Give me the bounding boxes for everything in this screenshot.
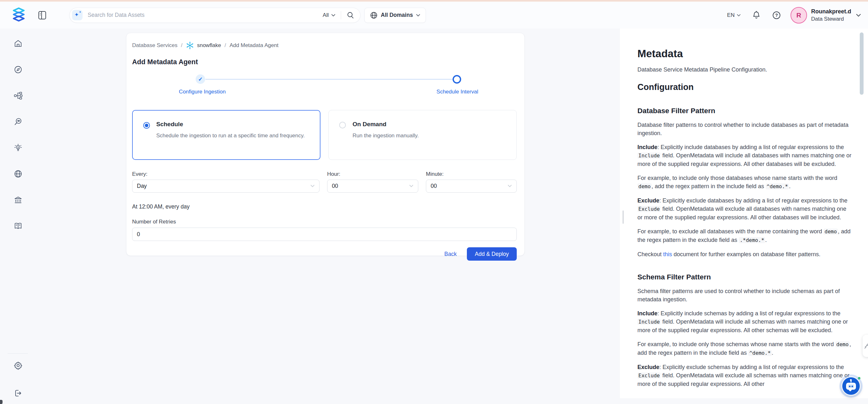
- docs-panel-resize-handle[interactable]: [622, 210, 624, 224]
- sidebar-divider: [8, 353, 28, 354]
- docs-section-heading: Database Filter Pattern: [638, 107, 853, 115]
- docs-paragraph: Include: Explicitly include schemas by a…: [638, 309, 853, 335]
- sidebar-item-logout[interactable]: [0, 389, 36, 398]
- avatar[interactable]: R: [790, 7, 807, 24]
- page-title: Add Metadata Agent: [132, 58, 517, 66]
- app-logo[interactable]: [9, 6, 28, 25]
- chevron-down-icon: [416, 14, 420, 17]
- schedule-type-options: Schedule Schedule the ingestion to run a…: [132, 110, 517, 160]
- sidebar-item-data-assets[interactable]: [14, 91, 23, 100]
- step-label-configure-ingestion: Configure Ingestion: [179, 89, 225, 95]
- docs-title: Metadata: [638, 48, 853, 60]
- globe-icon: [14, 169, 23, 178]
- snowflake-icon: [186, 41, 194, 50]
- corner-sliver: [0, 400, 3, 404]
- logout-icon: [14, 389, 23, 398]
- sidebar-item-home[interactable]: [14, 39, 23, 48]
- gear-icon: [13, 361, 23, 370]
- chevron-down-icon: [409, 185, 413, 187]
- docs-paragraph: Exclude: Explicitly exclude schemas by a…: [638, 363, 853, 388]
- every-select[interactable]: Day: [132, 180, 319, 193]
- schedule-radio[interactable]: [143, 122, 150, 129]
- retries-input[interactable]: 0: [132, 228, 517, 241]
- chevron-down-icon: [507, 185, 512, 187]
- feedback-tab[interactable]: [863, 335, 868, 357]
- breadcrumb-snowflake[interactable]: snowflake: [186, 41, 221, 50]
- docs-configuration-heading: Configuration: [638, 82, 853, 92]
- stepper-connector: [206, 79, 453, 80]
- feedback-icon: [864, 343, 868, 349]
- docs-scrollbar-thumb[interactable]: [860, 32, 864, 95]
- global-search-input[interactable]: ✦ ✦ Search for Data Assets All: [69, 8, 361, 23]
- chevron-down-icon: [310, 185, 315, 187]
- home-icon: [14, 39, 23, 48]
- docs-link[interactable]: this: [663, 251, 672, 257]
- schedule-option-card[interactable]: Schedule Schedule the ingestion to run a…: [132, 110, 320, 160]
- book-icon: [14, 222, 23, 230]
- search-icon[interactable]: [346, 11, 354, 19]
- docs-paragraph: Checkout this document for further examp…: [638, 250, 853, 258]
- add-metadata-agent-card: Database Services / snowflake / Add Meta…: [126, 33, 525, 256]
- step-current-indicator: [453, 75, 461, 84]
- on-demand-option-card[interactable]: On Demand Run the ingestion manually.: [329, 110, 517, 160]
- chevron-down-icon: [737, 14, 741, 17]
- search-scope-dropdown[interactable]: All: [323, 12, 335, 19]
- schedule-frequency-row: Every: Day Hour: 00 Minute: 00: [132, 171, 517, 193]
- docs-paragraph: For example, to include only those datab…: [638, 174, 853, 191]
- divider: [341, 11, 341, 19]
- docs-paragraph: Schema filter patterns are used to contr…: [638, 287, 853, 304]
- globe-icon: [370, 11, 378, 19]
- header-right-cluster: EN ? R Rounakpreet.d Data Steward: [727, 7, 862, 24]
- docs-paragraph: Include: Explicitly include databases by…: [638, 143, 853, 168]
- stepper: ✓ Configure Ingestion Schedule Interval: [132, 75, 517, 103]
- breadcrumb: Database Services / snowflake / Add Meta…: [132, 41, 517, 50]
- panel-toggle-icon: [37, 10, 47, 21]
- back-button[interactable]: Back: [444, 251, 457, 257]
- sidebar-item-observability[interactable]: [14, 117, 23, 126]
- sidebar-item-settings[interactable]: [0, 361, 36, 370]
- chevron-down-icon: [331, 14, 335, 17]
- breadcrumb-database-services[interactable]: Database Services: [132, 42, 178, 49]
- hour-field: Hour: 00: [327, 171, 418, 193]
- add-deploy-button[interactable]: Add & Deploy: [467, 247, 517, 261]
- notifications-button[interactable]: [752, 10, 761, 20]
- robot-icon: [846, 383, 856, 390]
- retries-label: Number of Retries: [132, 219, 517, 225]
- sidebar-item-domains[interactable]: [14, 169, 23, 178]
- chat-bot-button[interactable]: [841, 376, 861, 396]
- sidebar-item-insights[interactable]: [14, 143, 23, 152]
- docs-section-heading: Schema Filter Pattern: [638, 273, 853, 281]
- chevron-down-icon: [856, 14, 861, 17]
- breadcrumb-current: Add Metadata Agent: [229, 42, 279, 49]
- step-complete-indicator: ✓: [196, 75, 205, 84]
- help-button[interactable]: ?: [772, 11, 781, 20]
- on-demand-radio[interactable]: [339, 122, 346, 128]
- sidebar-item-govern[interactable]: [14, 196, 23, 204]
- hour-select[interactable]: 00: [327, 180, 418, 193]
- card-footer: Back Add & Deploy: [132, 247, 517, 261]
- minute-field: Minute: 00: [426, 171, 517, 193]
- compass-icon: [14, 65, 23, 74]
- check-icon: ✓: [198, 76, 203, 83]
- domains-filter-button[interactable]: All Domains: [364, 8, 426, 23]
- docs-paragraph: Database filter patterns to control whet…: [638, 121, 853, 137]
- bell-icon: [752, 10, 761, 20]
- language-selector[interactable]: EN: [727, 12, 741, 19]
- docs-paragraph: Exclude: Explicitly exclude databases by…: [638, 197, 853, 222]
- sidebar-item-explore[interactable]: [14, 65, 23, 74]
- schedule-summary: At 12:00 AM, every day: [132, 203, 517, 210]
- sidebar-item-glossary[interactable]: [14, 222, 23, 230]
- left-sidebar: [0, 29, 36, 404]
- user-role: Data Steward: [811, 16, 851, 22]
- sidebar-toggle-button[interactable]: [37, 10, 47, 21]
- step-label-schedule-interval: Schedule Interval: [436, 89, 478, 95]
- user-menu-chevron[interactable]: [856, 14, 861, 17]
- minute-select[interactable]: 00: [426, 180, 517, 193]
- docs-panel: Metadata Database Service Metadata Pipel…: [620, 29, 868, 398]
- user-menu[interactable]: Rounakpreet.d Data Steward: [811, 8, 851, 22]
- openmetadata-logo-icon: [12, 7, 26, 24]
- flow-icon: [14, 91, 23, 100]
- search-eye-icon: [14, 117, 23, 126]
- docs-subtitle: Database Service Metadata Pipeline Confi…: [638, 65, 853, 74]
- user-name: Rounakpreet.d: [811, 8, 851, 15]
